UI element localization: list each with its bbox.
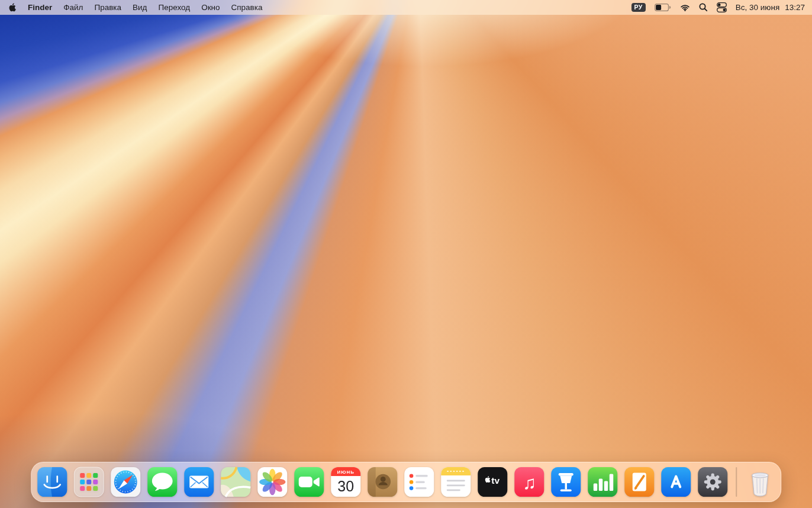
mail-icon [183, 467, 214, 497]
dock-item-safari[interactable] [110, 467, 141, 497]
apple-icon [8, 2, 17, 12]
dock-item-finder[interactable] [37, 467, 67, 497]
battery-icon[interactable] [655, 4, 671, 11]
dock-item-launchpad[interactable] [73, 467, 104, 497]
dock-item-keynote[interactable] [550, 467, 581, 497]
dock-separator [736, 467, 737, 497]
music-icon: ♫ [514, 467, 544, 497]
dock-item-reminders[interactable] [404, 467, 434, 497]
dock-item-calendar[interactable]: ИЮНЬ 30 [330, 467, 361, 497]
trash-icon [745, 467, 775, 497]
tv-label: tv [491, 475, 500, 486]
menu-bar-status: РУ [631, 2, 805, 12]
menu-item-help[interactable]: Справка [231, 3, 263, 12]
messages-icon [147, 467, 178, 497]
music-note-glyph: ♫ [523, 472, 536, 493]
dock-item-app-store[interactable] [660, 467, 691, 497]
dock-item-numbers[interactable] [587, 467, 618, 497]
menu-item-edit[interactable]: Правка [94, 3, 121, 12]
settings-gear-icon [697, 467, 728, 497]
menu-item-file[interactable]: Файл [63, 3, 83, 12]
facetime-icon [294, 467, 324, 497]
input-source-badge[interactable]: РУ [631, 3, 646, 12]
menu-item-view[interactable]: Вид [133, 3, 147, 12]
menu-item-go[interactable]: Переход [159, 3, 191, 12]
dock-item-photos[interactable] [257, 467, 288, 497]
notes-icon [440, 467, 471, 497]
dock: ИЮНЬ 30 [31, 462, 781, 502]
pages-icon [624, 467, 655, 497]
clock-time: 13:27 [785, 3, 805, 12]
apple-menu[interactable] [8, 2, 17, 12]
contacts-icon [367, 467, 398, 497]
app-menu-finder[interactable]: Finder [28, 3, 52, 12]
desktop: Finder Файл Правка Вид Переход Окно Спра… [0, 0, 812, 508]
calendar-icon: ИЮНЬ 30 [330, 467, 361, 497]
calendar-day-label: 30 [337, 478, 354, 494]
dock-item-pages[interactable] [624, 467, 655, 497]
numbers-icon [587, 467, 618, 497]
dock-item-trash[interactable] [745, 467, 775, 497]
dock-item-mail[interactable] [183, 467, 214, 497]
reminders-icon [404, 467, 434, 497]
keynote-icon [550, 467, 581, 497]
clock-date: Вс, 30 июня [736, 3, 779, 12]
calendar-month-label: ИЮНЬ [337, 470, 355, 475]
launchpad-icon [73, 467, 104, 497]
menu-bar-clock[interactable]: Вс, 30 июня 13:27 [736, 3, 805, 12]
photos-icon [257, 467, 288, 497]
menu-item-window[interactable]: Окно [201, 3, 220, 12]
dock-item-facetime[interactable] [294, 467, 324, 497]
dock-item-maps[interactable] [220, 467, 251, 497]
dock-item-messages[interactable] [147, 467, 178, 497]
finder-icon [37, 467, 67, 497]
wifi-icon[interactable] [680, 4, 690, 11]
dock-item-music[interactable]: ♫ [514, 467, 544, 497]
maps-icon [220, 467, 251, 497]
safari-icon [110, 467, 141, 497]
dock-item-notes[interactable] [440, 467, 471, 497]
dock-item-tv[interactable]: tv [477, 467, 508, 497]
tv-app-icon: tv [477, 467, 508, 497]
wallpaper [0, 0, 812, 508]
menu-bar-left: Finder Файл Правка Вид Переход Окно Спра… [8, 2, 262, 12]
spotlight-search-icon[interactable] [699, 3, 708, 12]
dock-item-system-settings[interactable] [697, 467, 728, 497]
control-center-icon[interactable] [717, 2, 727, 12]
menu-bar: Finder Файл Правка Вид Переход Окно Спра… [0, 0, 812, 15]
dock-item-contacts[interactable] [367, 467, 398, 497]
app-store-icon [660, 467, 691, 497]
